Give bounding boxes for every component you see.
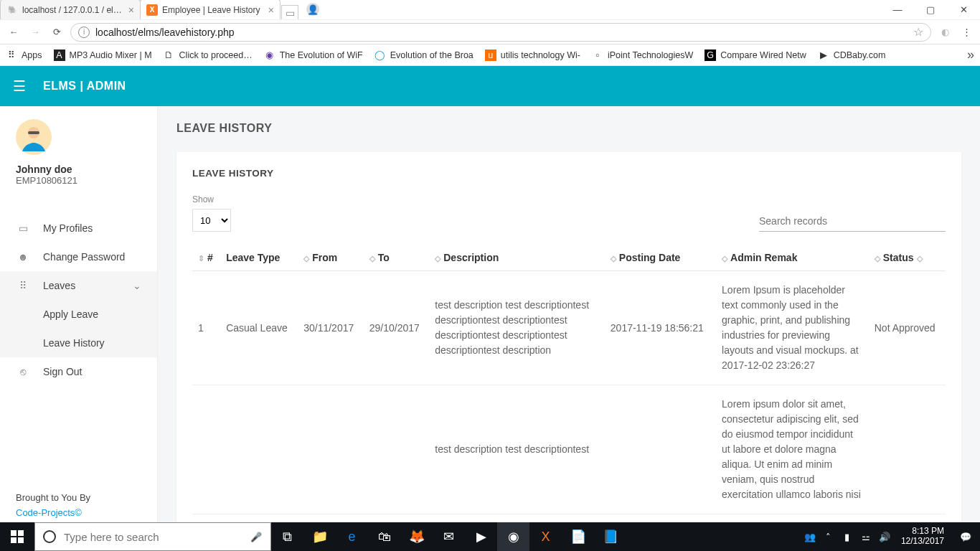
sidebar-item-label: Sign Out bbox=[43, 366, 82, 377]
tray-chevron-icon[interactable]: ˄ bbox=[819, 532, 838, 542]
menu-toggle-icon[interactable]: ☰ bbox=[13, 77, 26, 95]
signout-icon: ⎋ bbox=[16, 366, 30, 377]
site-info-icon[interactable]: i bbox=[78, 27, 90, 38]
svg-point-7 bbox=[44, 531, 55, 542]
clock[interactable]: 8:13 PM 12/13/2017 bbox=[894, 527, 951, 547]
card-title: LEAVE HISTORY bbox=[192, 168, 946, 179]
sort-icon: ◇ bbox=[369, 254, 375, 263]
show-select[interactable]: 10 bbox=[192, 209, 231, 232]
col-posting-date[interactable]: ◇Posting Date bbox=[605, 245, 716, 271]
cell-status bbox=[869, 385, 946, 514]
cell-remark: Lorem ipsum dolor sit amet, consectetur … bbox=[716, 385, 869, 514]
maximize-button[interactable]: ▢ bbox=[914, 0, 947, 19]
forward-button[interactable]: → bbox=[27, 24, 43, 40]
back-button[interactable]: ← bbox=[6, 24, 22, 40]
extension-icon[interactable]: ◐ bbox=[937, 24, 953, 40]
sidebar-menu: ▭ My Profiles ☻ Change Password ⠿ Leaves… bbox=[0, 213, 157, 386]
favicon-phpmyadmin: 🐘 bbox=[6, 4, 18, 16]
close-icon[interactable]: × bbox=[128, 4, 134, 16]
close-window-button[interactable]: ✕ bbox=[947, 0, 980, 19]
chevron-down-icon: ⌄ bbox=[133, 280, 141, 291]
cortana-icon[interactable] bbox=[35, 529, 64, 544]
start-button[interactable] bbox=[0, 522, 34, 551]
sidebar-item-apply-leave[interactable]: Apply Leave bbox=[0, 300, 157, 329]
bookmark-item[interactable]: ◉The Evolution of WiF bbox=[264, 50, 363, 61]
bookmark-favicon: u bbox=[485, 50, 496, 61]
notepadpp-icon[interactable]: 📄 bbox=[562, 522, 594, 551]
cell-remark: Lorem Ipsum is placeholder text commonly… bbox=[716, 271, 869, 385]
sidebar-item-signout[interactable]: ⎋ Sign Out bbox=[0, 357, 157, 386]
taskbar-search-input[interactable] bbox=[64, 531, 242, 543]
bookmark-favicon: ◯ bbox=[374, 50, 386, 61]
col-from[interactable]: ◇From bbox=[298, 245, 364, 271]
new-tab-button[interactable]: ▭ bbox=[281, 5, 298, 19]
bookmark-item[interactable]: AMP3 Audio Mixer | M bbox=[54, 50, 152, 61]
battery-icon[interactable]: ▮ bbox=[838, 532, 857, 542]
sidebar-item-leave-history[interactable]: Leave History bbox=[0, 329, 157, 357]
bookmark-item[interactable]: GCompare Wired Netw bbox=[705, 50, 806, 61]
browser-tab[interactable]: X Employee | Leave History × bbox=[140, 0, 281, 19]
bookmark-label: Evolution of the Broa bbox=[390, 50, 473, 60]
xampp-icon[interactable]: X bbox=[529, 522, 562, 551]
tab-strip: 🐘 localhost / 127.0.0.1 / el… × X Employ… bbox=[0, 0, 298, 19]
col-description[interactable]: ◇Description bbox=[429, 245, 605, 271]
show-label: Show bbox=[192, 194, 231, 204]
cell-desc: test description test descriptiontest bbox=[429, 385, 605, 514]
task-view-icon[interactable]: ⧉ bbox=[271, 522, 303, 551]
sidebar-item-label: My Profiles bbox=[43, 222, 93, 234]
sidebar-item-change-password[interactable]: ☻ Change Password bbox=[0, 242, 157, 271]
bookmark-item[interactable]: 🗋Click to proceed… bbox=[164, 50, 253, 61]
edge-icon[interactable]: e bbox=[336, 522, 368, 551]
col-leave-type[interactable]: Leave Type bbox=[220, 245, 298, 271]
bookmark-item[interactable]: uutilis technology Wi- bbox=[485, 50, 580, 61]
account-icon[interactable]: 👤 bbox=[298, 0, 327, 19]
bookmarks-overflow[interactable]: » bbox=[967, 47, 974, 62]
main-content: LEAVE HISTORY LEAVE HISTORY Show 10 ⇕# bbox=[158, 106, 980, 522]
chrome-icon[interactable]: ◉ bbox=[497, 522, 529, 551]
sidebar-item-leaves[interactable]: ⠿ Leaves ⌄ bbox=[0, 271, 157, 300]
bookmark-item[interactable]: ▶CDBaby.com bbox=[818, 50, 886, 61]
firefox-icon[interactable]: 🦊 bbox=[400, 522, 433, 551]
notes-icon[interactable]: 📘 bbox=[594, 522, 626, 551]
url-field[interactable]: i localhost/elms/leavehistory.php ☆ bbox=[70, 23, 931, 42]
sidebar-item-profiles[interactable]: ▭ My Profiles bbox=[0, 214, 157, 242]
search-input[interactable] bbox=[759, 211, 946, 231]
sort-icon: ◇ bbox=[722, 254, 727, 263]
mic-icon[interactable]: 🎤 bbox=[242, 532, 270, 542]
store-icon[interactable]: 🛍 bbox=[368, 522, 400, 551]
minimize-button[interactable]: — bbox=[881, 0, 914, 19]
bookmark-item[interactable]: ◯Evolution of the Broa bbox=[374, 50, 473, 61]
taskbar-search[interactable]: 🎤 bbox=[34, 522, 271, 551]
profile-block: Johnny doe EMP10806121 bbox=[0, 119, 157, 200]
bookmark-star-icon[interactable]: ☆ bbox=[913, 25, 923, 39]
sidebar: Johnny doe EMP10806121 ▭ My Profiles ☻ C… bbox=[0, 106, 158, 522]
clock-time: 8:13 PM bbox=[901, 527, 944, 537]
cell-num bbox=[192, 385, 220, 514]
col-to[interactable]: ◇To bbox=[364, 245, 430, 271]
system-tray: 👥 ˄ ▮ ⚍ 🔊 8:13 PM 12/13/2017 💬 bbox=[801, 522, 980, 551]
people-icon[interactable]: 👥 bbox=[801, 532, 819, 542]
explorer-icon[interactable]: 📁 bbox=[303, 522, 336, 551]
leave-history-table: ⇕# Leave Type ◇From ◇To ◇Description ◇Po… bbox=[192, 245, 946, 514]
volume-icon[interactable]: 🔊 bbox=[875, 532, 894, 542]
close-icon[interactable]: × bbox=[268, 4, 274, 16]
col-num[interactable]: ⇕# bbox=[192, 245, 220, 271]
sort-icon: ◇ bbox=[435, 254, 440, 263]
col-status[interactable]: ◇Status◇ bbox=[869, 245, 946, 271]
col-admin-remark[interactable]: ◇Admin Remak bbox=[716, 245, 869, 271]
apps-button[interactable]: ⠿Apps bbox=[6, 50, 42, 61]
reload-button[interactable]: ⟳ bbox=[49, 24, 65, 40]
sidebar-item-label: Leave History bbox=[43, 337, 105, 349]
table-row: test description test descriptiontest Lo… bbox=[192, 385, 946, 514]
cell-from bbox=[298, 385, 364, 514]
browser-tab[interactable]: 🐘 localhost / 127.0.0.1 / el… × bbox=[0, 0, 141, 19]
notifications-icon[interactable]: 💬 bbox=[951, 532, 980, 542]
mail-icon[interactable]: ✉ bbox=[433, 522, 465, 551]
bookmark-item[interactable]: ▫iPoint TechnologiesW bbox=[592, 50, 693, 61]
menu-icon[interactable]: ⋮ bbox=[958, 24, 974, 40]
wifi-icon[interactable]: ⚍ bbox=[857, 532, 875, 542]
taskbar: 🎤 ⧉ 📁 e 🛍 🦊 ✉ ▶ ◉ X 📄 📘 👥 ˄ ▮ ⚍ 🔊 8:13 P… bbox=[0, 522, 980, 551]
password-icon: ☻ bbox=[16, 251, 30, 263]
footer-link[interactable]: Code-Projects© bbox=[16, 507, 82, 518]
media-player-icon[interactable]: ▶ bbox=[465, 522, 497, 551]
